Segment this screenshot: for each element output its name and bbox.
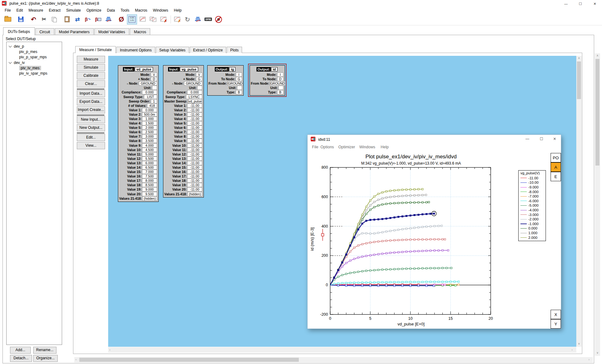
tree-item-dev_p[interactable]: dev_p xyxy=(8,44,24,49)
panel-row: Value 3:-11.00 xyxy=(164,112,202,117)
tree-item-piv_p_spar_mps[interactable]: piv_p_spar_mps xyxy=(19,55,47,60)
menu-optimize[interactable]: Optimize xyxy=(84,8,104,13)
import-data-button[interactable]: Import Data... xyxy=(77,90,105,97)
tree-item-piv_iv_mes[interactable]: piv_iv_mes xyxy=(19,66,41,71)
tree-item-dev_iv[interactable]: dev_iv xyxy=(8,60,25,66)
menu-measure[interactable]: Measure xyxy=(26,8,46,13)
cut-icon[interactable]: ✂ xyxy=(39,15,49,24)
tree-item-piv_p_mes[interactable]: piv_p_mes xyxy=(19,49,37,55)
organize-button[interactable]: Organize... xyxy=(33,355,58,362)
plot-button-po[interactable]: PO xyxy=(551,153,561,162)
series-1.000 xyxy=(330,195,426,285)
setup-tab-setup-variables[interactable]: Setup Variables xyxy=(156,47,189,53)
menu-tools[interactable]: Tools xyxy=(118,8,132,13)
panel-row: Value 1:0.000 xyxy=(119,108,157,112)
memory-recall-icon[interactable]: ↻ xyxy=(183,15,192,24)
plot-button-e[interactable]: E xyxy=(551,172,561,181)
measurebutton[interactable]: Measure xyxy=(77,56,105,63)
save-icon[interactable] xyxy=(16,15,25,24)
minimize-button[interactable]: — xyxy=(559,0,573,8)
canvas-hscrollbar[interactable]: ‹ › xyxy=(108,347,576,353)
menubar: FileEditMeasureExtractSimulateOptimizeDa… xyxy=(0,7,602,13)
detach-button[interactable]: Detach... xyxy=(10,355,32,362)
plot-menu-windows[interactable]: Windows xyxy=(359,145,375,149)
panel-row: Value 11:-11.00 xyxy=(164,148,202,152)
io-panel-ig[interactable]: Output:igMode:ITo Node:GFrom Node:GROUND… xyxy=(207,65,244,96)
menu-macros[interactable]: Macros xyxy=(132,8,150,13)
paste-icon[interactable] xyxy=(62,15,72,24)
clear-button[interactable]: Clear... xyxy=(77,80,105,87)
plot-menu-optimizer[interactable]: Optimizer xyxy=(338,145,355,149)
simulatebutton[interactable]: Simulate xyxy=(77,64,105,71)
simulate-icon[interactable]: β↷ xyxy=(83,15,92,24)
io-panel-vd_pulse[interactable]: Input:vd_pulseMode:V+ Node:D- Node:GROUN… xyxy=(118,65,159,202)
menu-edit[interactable]: Edit xyxy=(13,8,26,13)
rescale-plots-icon[interactable]: ✗ xyxy=(172,15,182,24)
io-panel-vg_pulse[interactable]: Input:vg_pulseMode:V+ Node:G- Node:GROUN… xyxy=(163,65,204,198)
y-axis-trace-marker xyxy=(321,229,324,241)
legend-entry: -6.000 xyxy=(520,199,546,203)
open-file-icon[interactable] xyxy=(3,15,13,24)
tree-item-piv_iv_spar_mps[interactable]: piv_iv_spar_mps xyxy=(19,71,47,76)
tab-model-parameters[interactable]: Model Parameters xyxy=(55,28,94,35)
legend-entry: -2.000 xyxy=(520,217,546,222)
menu-help[interactable]: Help xyxy=(171,8,185,13)
panel-row: - Node:GROUND xyxy=(164,81,202,86)
plot-menu-help[interactable]: Help xyxy=(381,145,389,149)
simulate-to-plot-icon[interactable]: β xyxy=(93,15,103,24)
open-plots-icon[interactable] xyxy=(138,15,147,24)
menu-simulate[interactable]: Simulate xyxy=(63,8,84,13)
debug-off-icon[interactable] xyxy=(214,15,223,24)
io-panel-id[interactable]: Output:idMode:ITo Node:DFrom Node:GROUND… xyxy=(250,65,285,96)
transform-values-icon[interactable]: 0.001.01 xyxy=(127,14,137,24)
svg-text:20: 20 xyxy=(488,316,493,321)
plot-menu-file[interactable]: File xyxy=(312,145,318,149)
menu-windows[interactable]: Windows xyxy=(150,8,171,13)
menu-data[interactable]: Data xyxy=(104,8,118,13)
gpib-icon[interactable]: GPIB xyxy=(203,15,213,24)
calibrate-icon[interactable] xyxy=(104,15,113,24)
legend-entry: -8.000 xyxy=(520,189,546,194)
menu-file[interactable]: File xyxy=(2,8,13,13)
tab-circuit[interactable]: Circuit xyxy=(35,28,54,35)
abort-icon[interactable]: Ø xyxy=(117,15,126,24)
canvas-vscrollbar[interactable]: ∧ ∨ xyxy=(576,56,582,347)
dut-setup-tree: dev_ppiv_p_mespiv_p_spar_mpsdev_ivpiv_iv… xyxy=(6,42,62,345)
setup-tab-measure-simulate[interactable]: Measure / Simulate xyxy=(75,46,116,53)
panel-row: + Node:G xyxy=(164,77,202,81)
setup-tab-extract-optimize[interactable]: Extract / Optimize xyxy=(190,47,226,53)
outer-vscrollbar[interactable]: ∧ ∨ xyxy=(595,53,600,356)
tab-duts-setups[interactable]: DUTs-Setups xyxy=(3,27,35,35)
outer-hscrollbar[interactable]: ‹ › xyxy=(74,357,593,362)
svg-text:0: 0 xyxy=(326,283,328,287)
setup-tab-instrument-options[interactable]: Instrument Options xyxy=(116,47,155,53)
calibratebutton[interactable]: Calibrate xyxy=(77,72,105,79)
plot-button-y[interactable]: Y xyxy=(551,319,561,329)
maximize-button[interactable]: ☐ xyxy=(573,0,588,8)
instrument-setup-icon[interactable]: ⇄ xyxy=(73,15,82,24)
setup-tab-plots[interactable]: Plots xyxy=(227,47,242,53)
plot-menu-options[interactable]: Options xyxy=(320,145,334,149)
new-output-button[interactable]: New Output... xyxy=(77,124,105,131)
view-button[interactable]: View... xyxy=(77,142,105,149)
copy-icon[interactable] xyxy=(50,15,59,24)
select-dut-setup-label: Select DUT/Setup xyxy=(6,37,36,41)
status-icon[interactable] xyxy=(193,15,203,24)
close-button[interactable]: ✕ xyxy=(588,0,602,8)
tab-model-variables[interactable]: Model Variables xyxy=(94,28,129,35)
tile-plots-icon[interactable] xyxy=(148,15,158,24)
plot-button-a[interactable]: A xyxy=(551,162,561,172)
tab-macros[interactable]: Macros xyxy=(130,28,150,35)
close-plots-icon[interactable]: ✗ xyxy=(159,15,168,24)
import-create-button[interactable]: Import Create... xyxy=(77,106,105,113)
panel-row: Value 13:-11.00 xyxy=(164,156,202,161)
new-input-button[interactable]: New Input... xyxy=(77,116,105,123)
export-data-button[interactable]: Export Data... xyxy=(77,98,105,105)
svg-text:15: 15 xyxy=(448,316,453,321)
add-button[interactable]: Add... xyxy=(10,347,31,354)
rename-button[interactable]: Rename... xyxy=(33,347,56,354)
menu-extract[interactable]: Extract xyxy=(46,8,63,13)
plot-button-x[interactable]: X xyxy=(551,310,561,319)
edit-button[interactable]: Edit... xyxy=(77,134,105,141)
undo-icon[interactable]: ↶ xyxy=(29,15,38,24)
